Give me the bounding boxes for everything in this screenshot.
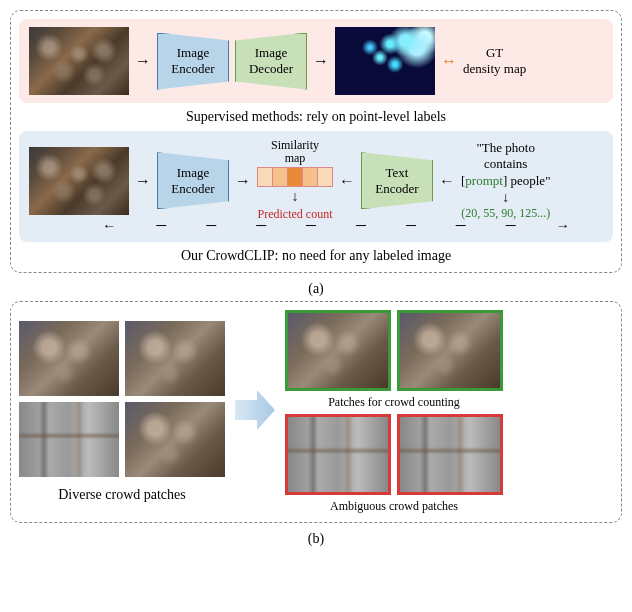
diverse-patches-col: Diverse crowd patches [19, 321, 225, 503]
arrow-icon: ← [439, 172, 455, 190]
similarity-map [257, 167, 333, 187]
input-crowd-image [29, 147, 129, 215]
image-encoder-block: Image Encoder [157, 33, 229, 90]
ambiguous-patches-row [285, 414, 503, 495]
prompt-text: "The photo contains [prompt] people" [461, 140, 550, 189]
panel-b-row: Diverse crowd patches Patches for crowd … [19, 310, 613, 514]
supervised-row: → Image Encoder Image Decoder → ↔ GT den… [29, 27, 603, 95]
arrow-icon: → [313, 52, 329, 70]
encoder-label: Image Encoder [171, 165, 214, 196]
panel-b: Diverse crowd patches Patches for crowd … [10, 301, 622, 523]
big-arrow-icon [235, 385, 275, 439]
text-encoder-label: Text Encoder [375, 165, 418, 196]
crowd-patch-good [397, 310, 503, 391]
double-arrow-icon: ←────────→ [102, 218, 609, 234]
density-map-output [335, 27, 435, 95]
crowd-patch-ambiguous [397, 414, 503, 495]
image-decoder-block: Image Decoder [235, 33, 307, 90]
arrow-icon: → [235, 172, 251, 190]
down-arrow-icon: ↓ [292, 189, 299, 205]
double-arrow-icon: ↔ [441, 52, 457, 70]
counting-caption: Patches for crowd counting [328, 395, 460, 410]
diverse-patch-grid [19, 321, 225, 477]
prompt-block: "The photo contains [prompt] people" ↓ (… [461, 140, 550, 221]
gt-density-label: GT density map [463, 45, 526, 76]
similarity-block: Similarity map ↓ Predicted count [257, 139, 333, 222]
crowd-patch-ambiguous [285, 414, 391, 495]
sim-label: Similarity map [271, 139, 319, 165]
crowd-patch [125, 321, 225, 396]
supervised-caption: Supervised methods: rely on point-level … [19, 109, 613, 125]
supervised-panel: → Image Encoder Image Decoder → ↔ GT den… [19, 19, 613, 103]
arrow-icon: → [135, 52, 151, 70]
diverse-caption: Diverse crowd patches [58, 487, 186, 503]
input-crowd-image [29, 27, 129, 95]
arrow-icon: ← [339, 172, 355, 190]
counting-patches-row [285, 310, 503, 391]
ambiguous-caption: Ambiguous crowd patches [330, 499, 458, 514]
image-encoder-block: Image Encoder [157, 152, 229, 209]
panel-b-label: (b) [10, 531, 622, 547]
crowdclip-panel: → Image Encoder → Similarity map ↓ Predi… [19, 131, 613, 242]
down-arrow-icon: ↓ [502, 189, 509, 207]
categorized-patches-col: Patches for crowd counting Ambiguous cro… [285, 310, 503, 514]
crowd-patch [125, 402, 225, 477]
arrow-icon: → [135, 172, 151, 190]
crowd-patch-good [285, 310, 391, 391]
svg-marker-0 [235, 390, 275, 430]
crowdclip-caption: Our CrowdCLIP: no need for any labeled i… [19, 248, 613, 264]
crowd-patch [19, 321, 119, 396]
text-encoder-block: Text Encoder [361, 152, 433, 209]
decoder-label: Image Decoder [249, 45, 293, 76]
crowdclip-row: → Image Encoder → Similarity map ↓ Predi… [29, 139, 603, 222]
crowd-patch [19, 402, 119, 477]
panel-a: → Image Encoder Image Decoder → ↔ GT den… [10, 10, 622, 273]
panel-a-label: (a) [10, 281, 622, 297]
encoder-label: Image Encoder [171, 45, 214, 76]
